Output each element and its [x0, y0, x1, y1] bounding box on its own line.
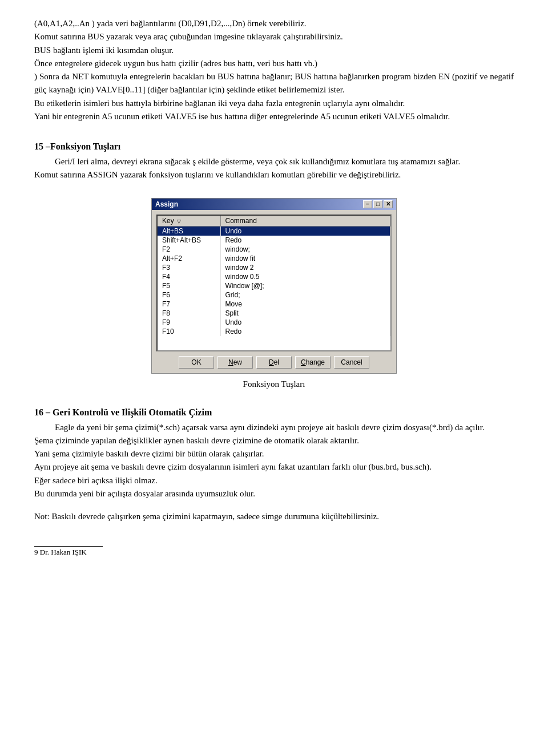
table-row[interactable]: Shift+Alt+BSRedo — [158, 236, 390, 245]
close-button[interactable]: ✕ — [384, 200, 393, 208]
paragraph-2: Komut satırına BUS yazarak veya araç çub… — [34, 30, 514, 43]
paragraph-3: BUS bağlantı işlemi iki kısımdan oluşur. — [34, 44, 514, 57]
paragraph-6: Bu etiketlerin isimleri bus hattıyla bir… — [34, 97, 514, 110]
maximize-button[interactable]: □ — [373, 200, 382, 208]
section-16-heading: 16 – Geri Kontrolü ve Ilişkili Otomatik … — [34, 407, 514, 418]
dialog-title: Assign — [155, 200, 178, 208]
table-cell-command: Split — [220, 309, 390, 318]
section-16-p3: Yani şema çizimiyle baskılı devre çizimi… — [34, 447, 514, 460]
table-row[interactable]: F2window; — [158, 245, 390, 254]
page-content: (A0,A1,A2,..An ) yada veri bağlantıların… — [34, 17, 514, 557]
table-cell-key: F9 — [158, 318, 220, 327]
section-16-p1: Eagle da yeni bir şema çizimi(*.sch) aça… — [34, 421, 514, 434]
dialog-titlebar: Assign − □ ✕ — [152, 199, 396, 210]
table-cell-command: window 2 — [220, 263, 390, 272]
del-underline: Del — [269, 358, 279, 366]
table-row[interactable]: F4window 0.5 — [158, 272, 390, 281]
table-cell-command: Undo — [220, 226, 390, 236]
table-cell-command: window; — [220, 245, 390, 254]
section-16-p2: Şema çiziminde yapılan değişiklikler ayn… — [34, 434, 514, 447]
titlebar-buttons: − □ ✕ — [363, 200, 393, 208]
col-command-header[interactable]: Command — [220, 216, 390, 227]
cancel-underline: Cancel — [341, 358, 362, 366]
sort-arrow-key: ▽ — [177, 219, 181, 224]
table-cell-key: Shift+Alt+BS — [158, 236, 220, 245]
dialog-table-area[interactable]: Key ▽ Command Alt+BSUndoShift+Alt+BSRedo… — [156, 215, 392, 351]
table-cell-key: F4 — [158, 272, 220, 281]
table-row[interactable]: F7Move — [158, 300, 390, 309]
footnote-divider — [34, 546, 103, 547]
dialog-wrapper: Assign − □ ✕ Key ▽ Command — [34, 198, 514, 374]
del-button[interactable]: Del — [256, 356, 292, 369]
table-row[interactable]: F5Window [@]; — [158, 281, 390, 290]
section-15-heading: 15 –Fonksiyon Tuşları — [34, 142, 514, 152]
table-header-row: Key ▽ Command — [158, 216, 390, 227]
dialog-body: Key ▽ Command Alt+BSUndoShift+Alt+BSRedo… — [152, 210, 396, 373]
table-cell-key: F10 — [158, 327, 220, 336]
paragraph-4: Önce entegrelere gidecek uygun bus hattı… — [34, 57, 514, 70]
table-cell-command: window fit — [220, 254, 390, 263]
table-cell-command: Grid; — [220, 290, 390, 300]
new-button[interactable]: New — [217, 356, 253, 369]
col-key-header[interactable]: Key ▽ — [158, 216, 220, 227]
table-row[interactable]: F6Grid; — [158, 290, 390, 300]
cancel-button[interactable]: Cancel — [334, 356, 369, 369]
table-row[interactable]: F10Redo — [158, 327, 390, 336]
dialog-buttons: OK New Del Change Cancel — [156, 356, 392, 369]
table-cell-key: F8 — [158, 309, 220, 318]
paragraph-7: Yani bir entegrenin A5 ucunun etiketi VA… — [34, 110, 514, 123]
table-cell-command: Redo — [220, 236, 390, 245]
note-text: Not: Baskılı devrede çalışırken şema çiz… — [34, 510, 514, 523]
table-row[interactable]: F9Undo — [158, 318, 390, 327]
table-cell-key: F3 — [158, 263, 220, 272]
table-cell-command: Move — [220, 300, 390, 309]
table-cell-command: window 0.5 — [220, 272, 390, 281]
table-cell-key: F7 — [158, 300, 220, 309]
section-16-p5: Eğer sadece biri açıksa ilişki olmaz. — [34, 474, 514, 487]
minimize-button[interactable]: − — [363, 200, 372, 208]
assign-table: Key ▽ Command Alt+BSUndoShift+Alt+BSRedo… — [158, 216, 390, 336]
table-cell-command: Undo — [220, 318, 390, 327]
table-row[interactable]: F8Split — [158, 309, 390, 318]
footnote-text: 9 Dr. Hakan IŞIK — [34, 548, 514, 557]
section-15-p1: Geri/I leri alma, devreyi ekrana sığacak… — [34, 155, 514, 168]
dialog-caption: Fonksiyon Tuşları — [34, 379, 514, 389]
change-underline: Change — [301, 358, 325, 366]
paragraph-1: (A0,A1,A2,..An ) yada veri bağlantıların… — [34, 17, 514, 30]
table-cell-command: Redo — [220, 327, 390, 336]
section-16-p4: Aynı projeye ait şema ve baskılı devre ç… — [34, 460, 514, 474]
assign-dialog: Assign − □ ✕ Key ▽ Command — [151, 198, 397, 374]
table-row[interactable]: Alt+BSUndo — [158, 226, 390, 236]
section-15-p2: Komut satırına ASSIGN yazarak fonksiyon … — [34, 168, 514, 181]
table-cell-key: F2 — [158, 245, 220, 254]
change-button[interactable]: Change — [295, 356, 331, 369]
table-cell-key: F6 — [158, 290, 220, 300]
table-cell-command: Window [@]; — [220, 281, 390, 290]
table-row[interactable]: F3window 2 — [158, 263, 390, 272]
new-underline: New — [228, 358, 242, 366]
section-16-p6: Bu durumda yeni bir açılışta dosyalar ar… — [34, 487, 514, 500]
table-cell-key: Alt+BS — [158, 226, 220, 236]
ok-button[interactable]: OK — [179, 356, 214, 369]
table-cell-key: F5 — [158, 281, 220, 290]
table-cell-key: Alt+F2 — [158, 254, 220, 263]
table-row[interactable]: Alt+F2window fit — [158, 254, 390, 263]
paragraph-5: ) Sonra da NET komutuyla entegrelerin ba… — [34, 70, 514, 97]
